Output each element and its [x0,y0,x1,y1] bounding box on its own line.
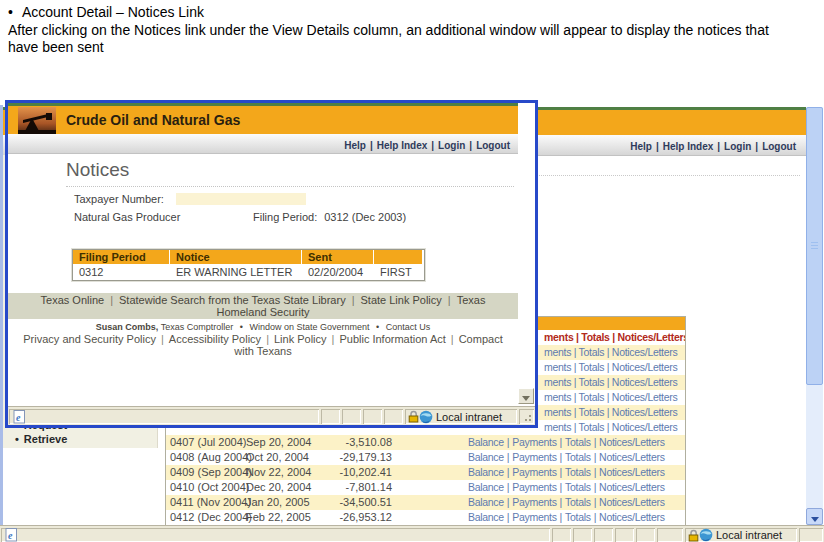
account-table-row: 0411 (Nov 2004)Jan 20, 2005-34,500.51Bal… [166,495,685,510]
scrollbar-down-button[interactable] [806,508,823,525]
policy-link-privacy-and-security-policy[interactable]: Privacy and Security Policy [23,333,156,345]
comptroller-name: Susan Combs, [96,322,159,332]
popup-nav-link-logout[interactable]: Logout [476,140,510,151]
account-table-row: 0409 (Sep 2004)Nov 22, 2004-10,202.41Bal… [166,465,685,480]
popup-scrollbar-down-button[interactable] [518,388,534,404]
link-payments[interactable]: Payments [512,511,556,523]
statusbar-panel [384,409,403,424]
main-nav-link-logout[interactable]: Logout [762,141,796,152]
taxpayer-number-label: Taxpayer Number: [74,193,164,205]
link-balance[interactable]: Balance [468,436,504,448]
link-payments[interactable]: Payments [512,436,556,448]
sidebar-item-retrieve[interactable]: •Retrieve [15,432,67,446]
policy-link-accessibility-policy[interactable]: Accessibility Policy [169,333,261,345]
footer-link-statewide-search-from-the-texas-state-library[interactable]: Statewide Search from the Texas State Li… [119,294,346,306]
intranet-globe-icon [699,528,713,542]
separator: | [366,140,377,151]
link-notices-letters[interactable]: Notices/Letters [599,481,665,493]
separator: | [591,496,599,508]
separator: | [591,481,599,493]
filing-period-cell: 0411 (Nov 2004) [166,495,246,510]
link-payments[interactable]: Payments [512,496,556,508]
notices-table-row: 0312ER WARNING LETTER02/20/2004FIRST [73,264,424,280]
separator: | [557,451,565,463]
notices-cell: FIRST [374,264,422,280]
footer-link-texas-online[interactable]: Texas Online [41,294,105,306]
link-payments[interactable]: Payments [512,451,556,463]
spacer-cell [396,450,468,465]
popup-scrollbar[interactable] [518,154,535,406]
link-totals[interactable]: Totals [565,466,591,478]
footer-link-window-on-state-government[interactable]: Window on State Government [249,322,369,332]
main-statusbar: e Local intranet [0,525,824,542]
link-balance[interactable]: Balance [468,496,504,508]
taxpayer-row: Taxpayer Number: [74,193,518,205]
view-details-cell: Balance|Payments|Totals|Notices/Letters [468,435,685,450]
separator: | [427,140,438,151]
view-details-links-fragment[interactable]: ments | Totals | Notices/Letters [544,375,677,390]
account-table-row: 0407 (Jul 2004)Sep 20, 2004-3,510.08Bala… [166,435,685,450]
taxpayer-number-value-redacted [176,193,306,205]
amount-cell: -10,202.41 [331,465,396,480]
link-balance[interactable]: Balance [468,511,504,523]
amount-cell: -26,953.12 [331,510,396,525]
main-nav-link-help[interactable]: Help [630,141,652,152]
link-notices-letters[interactable]: Notices/Letters [599,451,665,463]
view-details-links-fragment[interactable]: ments | Totals | Notices/Letters [544,390,677,405]
view-details-links-fragment[interactable]: ments | Totals | Notices/Letters [544,345,677,360]
link-balance[interactable]: Balance [468,466,504,478]
account-type-label: Natural Gas Producer [74,211,253,223]
chevron-down-icon [522,396,530,401]
notices-cell: 02/20/2004 [302,264,374,280]
view-details-links-fragment[interactable]: ments | Totals | Notices/Letters [544,330,685,345]
view-details-cell: Balance|Payments|Totals|Notices/Letters [468,510,685,525]
link-totals[interactable]: Totals [565,481,591,493]
separator: | [557,481,565,493]
statusbar-page-panel: e [1,528,550,542]
separator: | [713,141,724,152]
link-payments[interactable]: Payments [512,481,556,493]
popup-nav-link-help-index[interactable]: Help Index [377,140,428,151]
policy-link-public-information-act[interactable]: Public Information Act [339,333,445,345]
link-notices-letters[interactable]: Notices/Letters [599,496,665,508]
main-nav-link-login[interactable]: Login [724,141,751,152]
popup-nav-link-help[interactable]: Help [344,140,366,151]
spacer-cell [396,510,468,525]
statusbar-panel [636,528,655,542]
annotation-title: Account Detail – Notices Link [22,4,204,20]
view-details-links-fragment[interactable]: ments | Totals | Notices/Letters [544,405,677,420]
popup-nav-link-login[interactable]: Login [438,140,465,151]
link-payments[interactable]: Payments [512,466,556,478]
filing-period-value: 0312 (Dec 2003) [324,211,406,223]
resize-grip[interactable] [519,409,534,424]
main-scrollbar[interactable] [806,107,823,525]
filing-period-cell: 0407 (Jul 2004) [166,435,246,450]
separator: | [465,140,476,151]
amount-cell: -29,179.13 [331,450,396,465]
ie-document-icon: e [5,528,18,542]
view-details-links-fragment[interactable]: ments | Totals | Notices/Letters [544,360,677,375]
link-notices-letters[interactable]: Notices/Letters [599,466,665,478]
notices-column-header-filing-period: Filing Period [73,250,170,264]
footer-link-state-link-policy[interactable]: State Link Policy [361,294,442,306]
view-details-links-fragment[interactable]: ments | Totals | Notices/Letters [544,420,677,435]
link-totals[interactable]: Totals [565,496,591,508]
amount-cell: -3,510.08 [331,435,396,450]
main-nav-link-help-index[interactable]: Help Index [663,141,714,152]
separator: | [557,496,565,508]
link-notices-letters[interactable]: Notices/Letters [599,511,665,523]
annotation-block: •Account Detail – Notices Link After cli… [8,4,800,56]
footer-link-contact-us[interactable]: Contact Us [386,322,431,332]
link-balance[interactable]: Balance [468,451,504,463]
spacer-cell [396,465,468,480]
link-notices-letters[interactable]: Notices/Letters [599,436,665,448]
amount-cell: -34,500.51 [331,495,396,510]
link-balance[interactable]: Balance [468,481,504,493]
policy-link-link-policy[interactable]: Link Policy [274,333,327,345]
link-totals[interactable]: Totals [565,511,591,523]
bullet: • [8,4,13,20]
link-totals[interactable]: Totals [565,436,591,448]
separator: | [652,141,663,152]
link-totals[interactable]: Totals [565,451,591,463]
scrollbar-thumb[interactable] [806,107,823,385]
